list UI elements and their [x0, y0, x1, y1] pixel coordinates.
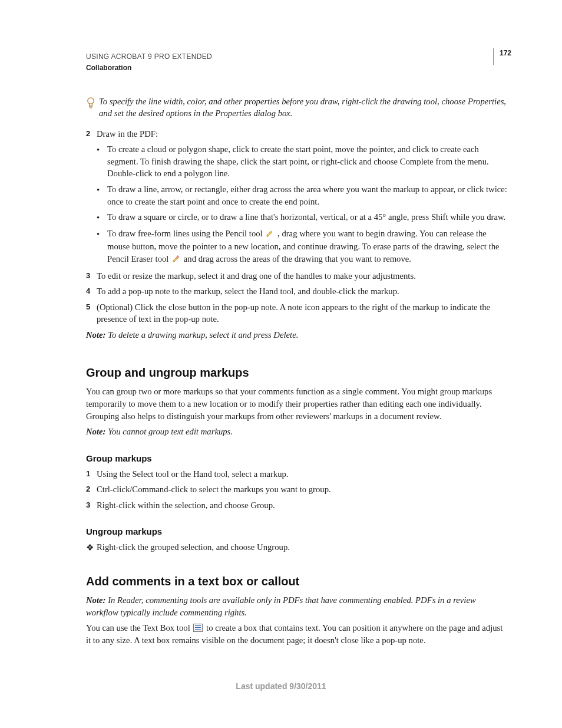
heading-group-ungroup: Group and ungroup markups	[86, 364, 509, 381]
note-label: Note:	[86, 595, 105, 605]
step-4: 4 To add a pop-up note to the markup, se…	[86, 285, 509, 298]
heading-ungroup: Ungroup markups	[86, 525, 509, 538]
step-marker: 3	[86, 270, 97, 281]
section1-para: You can group two or more markups so tha…	[86, 386, 509, 422]
heading-group: Group markups	[86, 452, 509, 465]
step-3: 3 To edit or resize the markup, select i…	[86, 270, 509, 282]
tip-text: To specify the line width, color, and ot…	[99, 95, 509, 120]
bullet-marker: •	[97, 183, 107, 196]
bullet-marker: •	[97, 143, 107, 156]
note-label: Note:	[86, 427, 105, 436]
bullet-text: To draw a line, arrow, or rectangle, eit…	[107, 183, 509, 207]
pencil-eraser-icon	[172, 254, 180, 266]
step-text: (Optional) Click the close button in the…	[97, 301, 509, 325]
group-step-1: 1 Using the Select tool or the Hand tool…	[86, 468, 509, 480]
footer-updated: Last updated 9/30/2011	[0, 681, 562, 693]
ungroup-item: ❖ Right-click the grouped selection, and…	[86, 541, 509, 554]
step-marker: 2	[86, 483, 97, 495]
bullet-marker: •	[97, 211, 107, 224]
bullet-text: To draw free-form lines using the Pencil…	[107, 228, 509, 266]
note-body: You cannot group text edit markups.	[105, 427, 233, 436]
step-marker: 3	[86, 499, 97, 510]
bullet-item: • To draw free-form lines using the Penc…	[86, 228, 509, 266]
note-body: In Reader, commenting tools are availabl…	[86, 595, 476, 617]
svg-point-0	[88, 97, 94, 103]
heading-textbox-callout: Add comments in a text box or callout	[86, 573, 509, 589]
running-head: USING ACROBAT 9 PRO EXTENDED	[86, 52, 509, 62]
section2-note: Note: In Reader, commenting tools are av…	[86, 594, 509, 618]
step-text: To edit or resize the markup, select it …	[97, 270, 509, 282]
bullet-item: • To draw a square or circle, or to draw…	[86, 211, 509, 224]
step-text: Using the Select tool or the Hand tool, …	[97, 468, 509, 480]
tip-block: To specify the line width, color, and ot…	[86, 95, 509, 120]
note-delete: Note: To delete a drawing markup, select…	[86, 329, 509, 341]
section2-para-a: You can use the Text Box tool	[86, 623, 192, 633]
step-marker: 1	[86, 468, 97, 479]
step-marker: 4	[86, 285, 97, 297]
bullet-text: To create a cloud or polygon shape, clic…	[107, 143, 509, 180]
page: 172 USING ACROBAT 9 PRO EXTENDED Collabo…	[0, 0, 562, 728]
step-text: Right-click within the selection, and ch…	[97, 499, 509, 512]
section2-para: You can use the Text Box tool to create …	[86, 622, 509, 646]
section1-note: Note: You cannot group text edit markups…	[86, 426, 509, 438]
page-number-wrap: 172	[493, 48, 511, 65]
step-text: Ctrl-click/Command-click to select the m…	[97, 483, 509, 496]
lightbulb-icon	[86, 97, 99, 110]
bullet-text: To draw a square or circle, or to draw a…	[107, 211, 509, 223]
bullet-list: • To create a cloud or polygon shape, cl…	[86, 143, 509, 266]
diamond-marker: ❖	[86, 541, 97, 554]
group-step-3: 3 Right-click within the selection, and …	[86, 499, 509, 512]
bullet-item: • To create a cloud or polygon shape, cl…	[86, 143, 509, 180]
bullet-text-c: and drag across the areas of the drawing…	[184, 254, 411, 263]
bullet-item: • To draw a line, arrow, or rectangle, e…	[86, 183, 509, 207]
step-text: To add a pop-up note to the markup, sele…	[97, 285, 509, 298]
svg-marker-3	[267, 231, 272, 236]
step-text: Draw in the PDF:	[97, 128, 509, 140]
step-2: 2 Draw in the PDF:	[86, 128, 509, 140]
diamond-text: Right-click the grouped selection, and c…	[97, 541, 509, 554]
running-subhead: Collaboration	[86, 63, 509, 73]
group-step-2: 2 Ctrl-click/Command-click to select the…	[86, 483, 509, 496]
step-5: 5 (Optional) Click the close button in t…	[86, 301, 509, 325]
step-marker: 2	[86, 128, 97, 139]
note-label: Note:	[86, 330, 105, 340]
step-marker: 5	[86, 301, 97, 312]
page-number: 172	[500, 48, 511, 58]
note-body: To delete a drawing markup, select it an…	[105, 330, 298, 340]
text-box-tool-icon	[193, 624, 203, 632]
pencil-icon	[266, 229, 274, 241]
bullet-marker: •	[97, 228, 107, 241]
bullet-text-a: To draw free-form lines using the Pencil…	[107, 229, 265, 238]
